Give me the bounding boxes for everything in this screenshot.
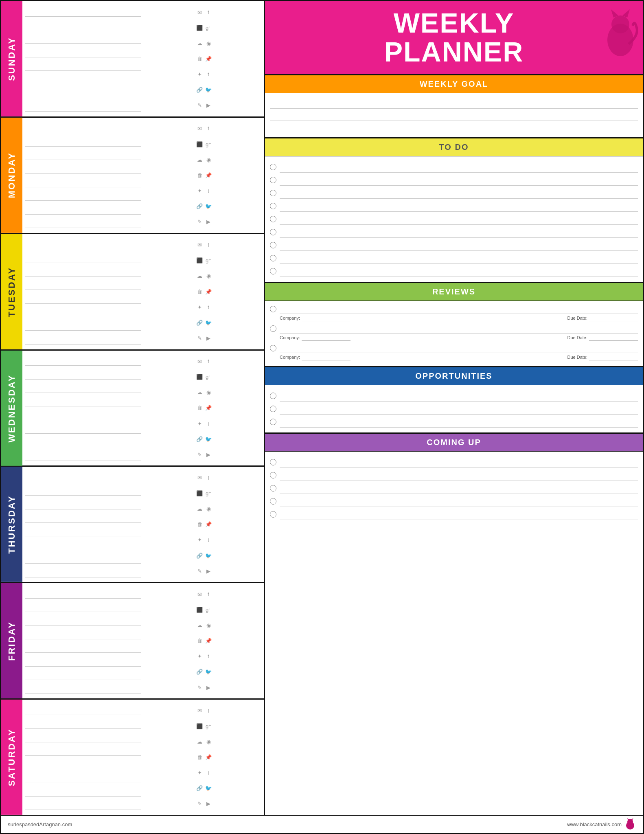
- day-line[interactable]: [25, 745, 141, 756]
- day-line[interactable]: [25, 177, 141, 187]
- day-line[interactable]: [25, 163, 141, 174]
- company-input-line[interactable]: [302, 354, 350, 360]
- day-line[interactable]: [25, 705, 141, 715]
- todo-checkbox[interactable]: [270, 268, 276, 274]
- day-line[interactable]: [25, 450, 141, 461]
- coming-up-line[interactable]: [280, 509, 638, 520]
- opportunity-line[interactable]: [280, 390, 638, 402]
- todo-checkbox[interactable]: [270, 255, 276, 261]
- todo-line[interactable]: [280, 226, 638, 238]
- coming-up-checkbox[interactable]: [270, 459, 276, 465]
- day-line[interactable]: [25, 320, 141, 331]
- day-line[interactable]: [25, 279, 141, 290]
- day-line[interactable]: [25, 732, 141, 742]
- day-line[interactable]: [25, 759, 141, 769]
- day-line[interactable]: [25, 88, 141, 98]
- todo-line[interactable]: [280, 239, 638, 251]
- day-line[interactable]: [25, 540, 141, 550]
- day-line[interactable]: [25, 786, 141, 797]
- todo-line[interactable]: [280, 252, 638, 264]
- day-line[interactable]: [25, 60, 141, 71]
- goal-line[interactable]: [270, 122, 638, 133]
- day-line[interactable]: [25, 423, 141, 434]
- day-line[interactable]: [25, 33, 141, 44]
- day-line[interactable]: [25, 239, 141, 249]
- review-title-line[interactable]: [280, 324, 638, 334]
- day-line[interactable]: [25, 567, 141, 577]
- day-line[interactable]: [25, 512, 141, 523]
- day-line[interactable]: [25, 47, 141, 57]
- coming-up-line[interactable]: [280, 470, 638, 481]
- day-line[interactable]: [25, 773, 141, 783]
- coming-up-line[interactable]: [280, 483, 638, 494]
- day-line[interactable]: [25, 20, 141, 30]
- todo-line[interactable]: [280, 187, 638, 199]
- company-input-line[interactable]: [302, 334, 350, 341]
- review-checkbox[interactable]: [270, 345, 276, 351]
- day-line[interactable]: [25, 669, 141, 680]
- opportunity-checkbox[interactable]: [270, 393, 276, 399]
- coming-up-checkbox[interactable]: [270, 511, 276, 518]
- day-line[interactable]: [25, 718, 141, 729]
- opportunity-line[interactable]: [280, 416, 638, 428]
- opportunity-checkbox[interactable]: [270, 419, 276, 425]
- opportunity-checkbox[interactable]: [270, 406, 276, 412]
- coming-up-checkbox[interactable]: [270, 498, 276, 505]
- day-line[interactable]: [25, 485, 141, 496]
- coming-up-line[interactable]: [280, 496, 638, 507]
- todo-line[interactable]: [280, 174, 638, 186]
- day-line[interactable]: [25, 683, 141, 694]
- goal-line[interactable]: [270, 97, 638, 109]
- day-line[interactable]: [25, 334, 141, 345]
- day-line[interactable]: [25, 355, 141, 366]
- goal-line[interactable]: [270, 110, 638, 121]
- day-line[interactable]: [25, 642, 141, 653]
- todo-line[interactable]: [280, 266, 638, 277]
- day-line[interactable]: [25, 217, 141, 228]
- todo-checkbox[interactable]: [270, 216, 276, 222]
- day-line[interactable]: [25, 266, 141, 277]
- todo-line[interactable]: [280, 161, 638, 173]
- due-date-input-line[interactable]: [589, 334, 638, 341]
- review-title-line[interactable]: [280, 343, 638, 353]
- day-line[interactable]: [25, 136, 141, 147]
- day-line[interactable]: [25, 252, 141, 263]
- day-line[interactable]: [25, 588, 141, 599]
- todo-checkbox[interactable]: [270, 164, 276, 170]
- day-line[interactable]: [25, 396, 141, 406]
- todo-checkbox[interactable]: [270, 190, 276, 196]
- day-line[interactable]: [25, 499, 141, 509]
- day-line[interactable]: [25, 615, 141, 626]
- day-line[interactable]: [25, 437, 141, 447]
- company-input-line[interactable]: [302, 315, 350, 321]
- review-checkbox[interactable]: [270, 306, 276, 312]
- day-line[interactable]: [25, 601, 141, 612]
- day-line[interactable]: [25, 101, 141, 112]
- todo-checkbox[interactable]: [270, 203, 276, 209]
- day-line[interactable]: [25, 472, 141, 482]
- coming-up-checkbox[interactable]: [270, 472, 276, 478]
- day-line[interactable]: [25, 149, 141, 160]
- day-line[interactable]: [25, 799, 141, 810]
- day-line[interactable]: [25, 74, 141, 84]
- todo-line[interactable]: [280, 213, 638, 225]
- due-date-input-line[interactable]: [589, 354, 638, 360]
- todo-line[interactable]: [280, 200, 638, 212]
- day-line[interactable]: [25, 6, 141, 17]
- opportunity-line[interactable]: [280, 403, 638, 415]
- day-line[interactable]: [25, 553, 141, 564]
- day-line[interactable]: [25, 123, 141, 133]
- day-line[interactable]: [25, 190, 141, 201]
- todo-checkbox[interactable]: [270, 242, 276, 248]
- day-line[interactable]: [25, 293, 141, 304]
- coming-up-checkbox[interactable]: [270, 485, 276, 492]
- day-line[interactable]: [25, 369, 141, 380]
- coming-up-line[interactable]: [280, 457, 638, 468]
- day-line[interactable]: [25, 204, 141, 215]
- day-line[interactable]: [25, 656, 141, 667]
- day-line[interactable]: [25, 526, 141, 536]
- day-line[interactable]: [25, 307, 141, 317]
- review-checkbox[interactable]: [270, 325, 276, 332]
- todo-checkbox[interactable]: [270, 229, 276, 235]
- day-line[interactable]: [25, 382, 141, 393]
